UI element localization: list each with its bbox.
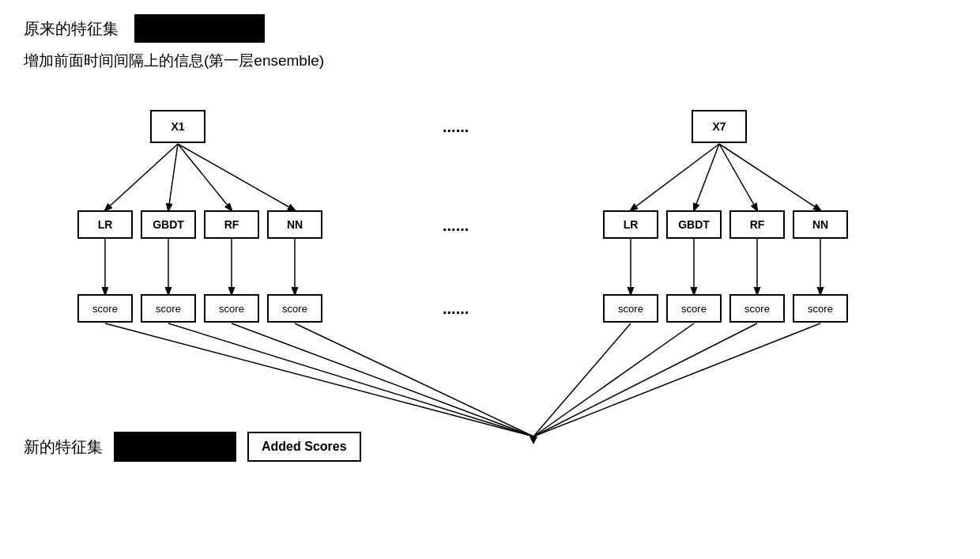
svg-line-19 xyxy=(295,323,533,436)
svg-line-17 xyxy=(168,323,533,436)
score-4-left: score xyxy=(267,294,322,323)
svg-line-18 xyxy=(232,323,533,436)
ensemble-label: 增加前面时间间隔上的信息(第一层ensemble) xyxy=(24,51,956,71)
score-2-left: score xyxy=(141,294,196,323)
node-x7: X7 xyxy=(692,110,747,143)
node-lr-right: LR xyxy=(603,210,658,239)
bottom-section: 新的特征集 Added Scores xyxy=(24,432,361,462)
score-2-right: score xyxy=(666,294,722,323)
svg-line-23 xyxy=(533,323,820,436)
original-feature-label: 原来的特征集 xyxy=(24,18,119,40)
node-gbdt-right: GBDT xyxy=(666,210,722,239)
added-scores-box: Added Scores xyxy=(247,432,361,462)
top-section: 原来的特征集 xyxy=(24,14,956,43)
node-nn-right: NN xyxy=(793,210,848,239)
original-feature-black-box xyxy=(134,14,265,43)
svg-line-9 xyxy=(694,144,719,210)
score-4-right: score xyxy=(793,294,848,323)
new-feature-black-box xyxy=(114,432,236,462)
svg-line-0 xyxy=(105,144,178,210)
svg-line-21 xyxy=(533,323,694,436)
dots-top: ...... xyxy=(443,118,469,136)
node-rf-right: RF xyxy=(729,210,785,239)
dots-bottom: ...... xyxy=(443,300,469,318)
svg-line-11 xyxy=(719,144,820,210)
score-1-left: score xyxy=(77,294,133,323)
node-x1: X1 xyxy=(150,110,205,143)
svg-line-22 xyxy=(533,323,757,436)
svg-line-2 xyxy=(178,144,232,210)
added-scores-label: Added Scores xyxy=(262,440,347,454)
diagram-area: X1 LR GBDT RF NN score score score score xyxy=(24,82,956,470)
score-3-right: score xyxy=(729,294,785,323)
svg-line-16 xyxy=(105,323,533,436)
svg-line-20 xyxy=(533,323,631,436)
page-container: 原来的特征集 增加前面时间间隔上的信息(第一层ensemble) xyxy=(0,0,980,559)
score-1-right: score xyxy=(603,294,658,323)
svg-line-8 xyxy=(631,144,719,210)
svg-line-1 xyxy=(168,144,178,210)
node-gbdt-left: GBDT xyxy=(141,210,196,239)
new-feature-label: 新的特征集 xyxy=(24,436,103,458)
node-nn-left: NN xyxy=(267,210,322,239)
svg-line-3 xyxy=(178,144,295,210)
svg-line-10 xyxy=(719,144,757,210)
svg-marker-24 xyxy=(530,436,537,444)
score-3-left: score xyxy=(204,294,259,323)
dots-middle: ...... xyxy=(443,217,469,235)
node-rf-left: RF xyxy=(204,210,259,239)
node-lr-left: LR xyxy=(77,210,133,239)
